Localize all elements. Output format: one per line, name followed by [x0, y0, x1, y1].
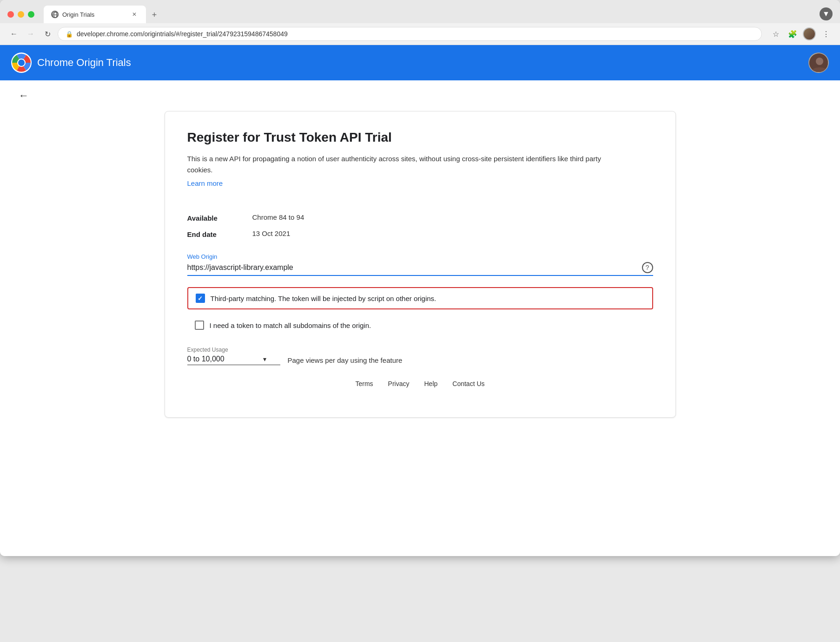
form-description: This is a new API for propagating a noti… — [187, 153, 606, 176]
usage-row: 0 to 10,000 10,000 to 1,000,000 1,000,00… — [187, 355, 653, 365]
url-text: developer.chrome.com/origintrials/#/regi… — [77, 30, 754, 38]
end-date-value: 13 Oct 2021 — [252, 229, 653, 238]
window-controls — [7, 11, 34, 18]
browser-window: Origin Trials ✕ + ▼ ← → ↻ 🔒 developer.ch… — [0, 0, 840, 556]
address-bar[interactable]: 🔒 developer.chrome.com/origintrials/#/re… — [58, 27, 762, 41]
end-date-label: End date — [187, 229, 252, 238]
usage-select[interactable]: 0 to 10,000 10,000 to 1,000,000 1,000,00… — [187, 355, 263, 363]
nav-actions: ☆ 🧩 ⋮ — [769, 27, 833, 40]
main-area: ← Register for Trust Token API Trial Thi… — [0, 80, 840, 427]
available-label: Available — [187, 213, 252, 222]
third-party-checkbox-label: Third-party matching. The token will be … — [211, 295, 437, 302]
lock-icon: 🔒 — [66, 31, 73, 38]
expected-usage-group: Expected Usage 0 to 10,000 10,000 to 1,0… — [187, 347, 653, 365]
web-origin-input-wrapper: ? — [187, 262, 653, 276]
terms-link[interactable]: Terms — [355, 380, 373, 387]
app-title: Chrome Origin Trials — [37, 57, 131, 69]
tab-bar: Origin Trials ✕ + ▼ — [44, 6, 833, 23]
new-tab-button[interactable]: + — [148, 8, 161, 21]
web-origin-help-icon[interactable]: ? — [642, 262, 653, 273]
learn-more-link[interactable]: Learn more — [187, 179, 223, 187]
usage-description: Page views per day using the feature — [288, 356, 403, 364]
page-footer: Terms Privacy Help Contact Us — [187, 369, 653, 399]
minimize-button[interactable] — [18, 11, 24, 18]
tab-favicon — [51, 11, 59, 18]
back-button[interactable]: ← — [19, 90, 29, 102]
menu-button[interactable]: ⋮ — [820, 27, 833, 40]
svg-point-5 — [18, 59, 25, 66]
privacy-link[interactable]: Privacy — [388, 380, 410, 387]
form-card: Register for Trust Token API Trial This … — [165, 111, 676, 418]
app-header: Chrome Origin Trials — [0, 45, 840, 80]
nav-bar: ← → ↻ 🔒 developer.chrome.com/origintrial… — [0, 23, 840, 45]
subdomain-checkbox-item: I need a token to match all subdomains o… — [187, 315, 653, 335]
usage-select-wrapper: 0 to 10,000 10,000 to 1,000,000 1,000,00… — [187, 355, 280, 365]
third-party-checkbox[interactable]: ✓ — [196, 294, 205, 303]
help-link[interactable]: Help — [424, 380, 437, 387]
title-bar: Origin Trials ✕ + ▼ — [0, 0, 840, 23]
user-avatar[interactable] — [803, 27, 816, 40]
third-party-checkbox-item: ✓ Third-party matching. The token will b… — [187, 287, 653, 309]
svg-point-7 — [816, 58, 823, 65]
header-avatar[interactable] — [808, 52, 829, 73]
chrome-logo — [11, 52, 32, 73]
active-tab[interactable]: Origin Trials ✕ — [44, 6, 146, 23]
web-origin-input[interactable] — [187, 263, 638, 272]
tab-title: Origin Trials — [62, 11, 126, 18]
tab-close-button[interactable]: ✕ — [130, 10, 139, 19]
web-origin-field-group: Web Origin ? — [187, 253, 653, 276]
info-grid: Available Chrome 84 to 94 End date 13 Oc… — [187, 213, 653, 238]
web-origin-label: Web Origin — [187, 253, 653, 260]
checkbox-check-icon: ✓ — [198, 295, 203, 302]
subdomain-checkbox[interactable] — [195, 321, 204, 330]
maximize-button[interactable] — [28, 11, 34, 18]
contact-us-link[interactable]: Contact Us — [452, 380, 484, 387]
close-button[interactable] — [7, 11, 14, 18]
back-nav-button[interactable]: ← — [7, 27, 20, 40]
usage-dropdown-arrow: ▾ — [263, 355, 266, 363]
checkbox-group: ✓ Third-party matching. The token will b… — [187, 287, 653, 335]
available-value: Chrome 84 to 94 — [252, 213, 653, 222]
expected-usage-label: Expected Usage — [187, 347, 653, 353]
subdomain-checkbox-label: I need a token to match all subdomains o… — [210, 321, 371, 329]
bookmark-button[interactable]: ☆ — [769, 27, 782, 40]
page-content: Chrome Origin Trials ← Register for Trus… — [0, 45, 840, 556]
form-heading: Register for Trust Token API Trial — [187, 130, 653, 145]
refresh-button[interactable]: ↻ — [41, 27, 54, 40]
forward-nav-button[interactable]: → — [24, 27, 37, 40]
app-header-left: Chrome Origin Trials — [11, 52, 131, 73]
extensions-button[interactable]: 🧩 — [786, 27, 799, 40]
profile-menu-button[interactable]: ▼ — [820, 7, 833, 20]
